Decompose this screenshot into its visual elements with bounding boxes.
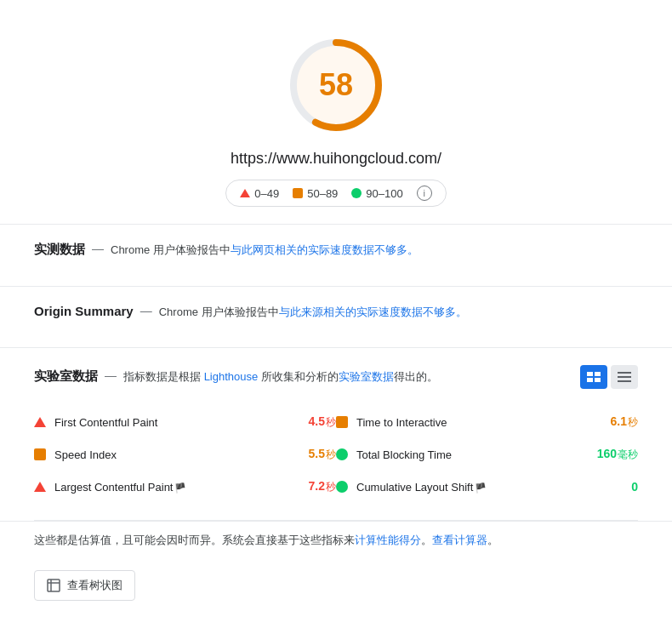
legend-bad: 0–49 bbox=[240, 187, 279, 200]
svg-rect-4 bbox=[595, 372, 601, 376]
metric-value-si: 5.5秒 bbox=[285, 447, 336, 462]
metric-item-tti: Time to Interactive6.1秒 bbox=[336, 406, 638, 438]
score-ring: 58 bbox=[285, 34, 387, 136]
metrics-grid: First Contentful Paint4.5秒Time to Intera… bbox=[34, 406, 638, 503]
metric-unit-tti: 秒 bbox=[628, 416, 638, 428]
score-section: 58 https://www.huihongcloud.com/ 0–49 50… bbox=[0, 0, 672, 225]
svg-rect-10 bbox=[48, 579, 60, 591]
lighthouse-link[interactable]: Lighthouse bbox=[204, 370, 259, 383]
tree-icon bbox=[47, 579, 60, 592]
metric-icon-tti bbox=[336, 416, 348, 428]
svg-rect-6 bbox=[595, 378, 601, 382]
metric-icon-fcp bbox=[34, 417, 46, 427]
svg-rect-8 bbox=[618, 376, 631, 378]
score-legend: 0–49 50–89 90–100 i bbox=[225, 180, 446, 207]
field-data-dash: — bbox=[92, 242, 104, 255]
list-view-button[interactable] bbox=[611, 365, 638, 389]
field-data-title: 实测数据 bbox=[34, 242, 85, 258]
info-icon[interactable]: i bbox=[417, 186, 432, 201]
field-data-section: 实测数据 — Chrome 用户体验报告中与此网页相关的实际速度数据不够多。 bbox=[0, 225, 672, 287]
grid-view-button[interactable] bbox=[580, 365, 607, 389]
metric-name-si: Speed Index bbox=[54, 448, 276, 461]
good-icon bbox=[351, 188, 362, 198]
metric-value-tbt: 160毫秒 bbox=[587, 447, 638, 462]
metric-name-tbt: Total Blocking Time bbox=[356, 448, 578, 461]
metric-item-cls: Cumulative Layout Shift🏴0 bbox=[336, 471, 638, 503]
metric-flag-cls: 🏴 bbox=[475, 482, 487, 493]
calc-score-link[interactable]: 计算性能得分 bbox=[355, 534, 421, 546]
metric-value-lcp: 7.2秒 bbox=[285, 479, 336, 494]
svg-rect-7 bbox=[618, 372, 631, 374]
field-data-link[interactable]: 与此网页相关的实际速度数据不够多。 bbox=[231, 243, 419, 256]
svg-rect-3 bbox=[587, 372, 593, 376]
field-data-desc: Chrome 用户体验报告中与此网页相关的实际速度数据不够多。 bbox=[111, 242, 419, 259]
metric-value-cls: 0 bbox=[587, 480, 638, 494]
lab-data-desc: 指标数据是根据 Lighthouse 所收集和分析的实验室数据得出的。 bbox=[123, 368, 438, 385]
metric-icon-tbt bbox=[336, 448, 348, 460]
view-toggle bbox=[580, 365, 638, 389]
origin-summary-section: Origin Summary — Chrome 用户体验报告中与此来源相关的实际… bbox=[0, 287, 672, 349]
svg-rect-5 bbox=[587, 378, 593, 382]
metric-name-tti: Time to Interactive bbox=[356, 416, 578, 429]
legend-average: 50–89 bbox=[293, 187, 338, 200]
origin-summary-desc: Chrome 用户体验报告中与此来源相关的实际速度数据不够多。 bbox=[159, 304, 467, 321]
lab-header: 实验室数据 — 指标数据是根据 Lighthouse 所收集和分析的实验室数据得… bbox=[34, 365, 638, 389]
metric-flag-lcp: 🏴 bbox=[174, 482, 186, 493]
origin-summary-dash: — bbox=[140, 304, 152, 317]
footer-note: 这些都是估算值，且可能会因时而异。系统会直接基于这些指标来计算性能得分。查看计算… bbox=[0, 521, 672, 560]
bad-icon bbox=[240, 189, 250, 197]
metric-name-fcp: First Contentful Paint bbox=[54, 416, 276, 429]
range-good-label: 90–100 bbox=[366, 187, 402, 200]
metric-unit-fcp: 秒 bbox=[326, 416, 336, 428]
origin-summary-row: Origin Summary — Chrome 用户体验报告中与此来源相关的实际… bbox=[34, 304, 638, 321]
metric-unit-tbt: 毫秒 bbox=[618, 448, 638, 460]
svg-rect-9 bbox=[618, 380, 631, 382]
origin-summary-link[interactable]: 与此来源相关的实际速度数据不够多。 bbox=[279, 305, 467, 318]
tree-view-button[interactable]: 查看树状图 bbox=[34, 570, 135, 601]
tree-btn-section: 查看树状图 bbox=[0, 560, 672, 618]
metric-name-lcp: Largest Contentful Paint🏴 bbox=[54, 481, 276, 494]
metric-value-tti: 6.1秒 bbox=[587, 414, 638, 430]
tree-btn-label: 查看树状图 bbox=[67, 578, 122, 593]
score-value: 58 bbox=[319, 67, 353, 103]
range-bad-label: 0–49 bbox=[254, 187, 279, 200]
calc-link2[interactable]: 查看计算器 bbox=[432, 534, 487, 546]
lab-section: 实验室数据 — 指标数据是根据 Lighthouse 所收集和分析的实验室数据得… bbox=[0, 348, 672, 520]
lab-title-row: 实验室数据 — 指标数据是根据 Lighthouse 所收集和分析的实验室数据得… bbox=[34, 368, 438, 385]
lab-data-title: 实验室数据 bbox=[34, 368, 98, 385]
origin-summary-title: Origin Summary bbox=[34, 304, 134, 318]
metric-item-lcp: Largest Contentful Paint🏴7.2秒 bbox=[34, 471, 336, 503]
average-icon bbox=[293, 188, 303, 198]
metric-icon-cls bbox=[336, 481, 348, 493]
metric-unit-lcp: 秒 bbox=[326, 481, 336, 493]
url-label: https://www.huihongcloud.com/ bbox=[231, 150, 441, 168]
metric-item-si: Speed Index5.5秒 bbox=[34, 438, 336, 471]
metric-name-cls: Cumulative Layout Shift🏴 bbox=[356, 481, 578, 494]
metric-item-fcp: First Contentful Paint4.5秒 bbox=[34, 406, 336, 438]
metric-icon-si bbox=[34, 448, 46, 460]
metric-value-fcp: 4.5秒 bbox=[285, 414, 336, 430]
range-average-label: 50–89 bbox=[307, 187, 338, 200]
metric-unit-si: 秒 bbox=[326, 448, 336, 460]
lab-dash: — bbox=[105, 368, 117, 382]
legend-good: 90–100 bbox=[351, 187, 402, 200]
metric-icon-lcp bbox=[34, 482, 46, 492]
field-data-row: 实测数据 — Chrome 用户体验报告中与此网页相关的实际速度数据不够多。 bbox=[34, 242, 638, 259]
metric-item-tbt: Total Blocking Time160毫秒 bbox=[336, 438, 638, 471]
lab-data-link[interactable]: 实验室数据 bbox=[339, 370, 394, 383]
